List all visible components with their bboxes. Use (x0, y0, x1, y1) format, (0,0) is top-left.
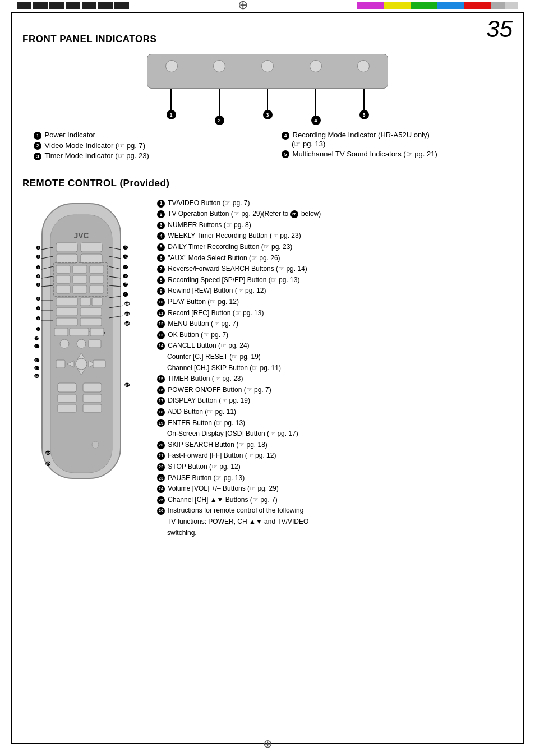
remote-control-notes: 1 TV/VIDEO Button (☞ pg. 7) 2 TV Operati… (157, 198, 513, 538)
panel-lines-row: 1 2 3 4 5 (147, 89, 388, 125)
svg-text:❷: ❷ (36, 254, 40, 260)
svg-rect-28 (70, 328, 89, 336)
color-sq-red (464, 2, 478, 9)
rc-item-5: 5 DAILY Timer Recording Button (☞ pg. 23… (157, 242, 513, 252)
rc-item-23: 23 PAUSE Button (☞ pg. 13) (157, 473, 513, 483)
svg-rect-12 (90, 275, 104, 283)
svg-text:⓰: ⓰ (123, 254, 128, 260)
border-right (523, 12, 524, 744)
svg-rect-14 (73, 285, 87, 293)
fp-note-1: 1 Power Indicator (34, 131, 265, 140)
rc-item-8: 8 Recording Speed [SP/EP] Button (☞ pg. … (157, 275, 513, 285)
rc-num-19: 19 (157, 419, 165, 427)
rc-num-14: 14 (157, 342, 165, 350)
rc-num-6: 6 (157, 254, 165, 262)
rc-num-7: 7 (157, 265, 165, 273)
panel-line-1: 1 (167, 89, 176, 119)
svg-rect-41 (83, 383, 102, 392)
svg-rect-11 (73, 275, 87, 283)
svg-rect-44 (58, 404, 76, 412)
svg-point-37 (76, 358, 87, 370)
svg-rect-45 (83, 404, 102, 412)
rc-item-6: 6 "AUX" Mode Select Button (☞ pg. 26) (157, 253, 513, 264)
svg-rect-5 (56, 254, 77, 263)
rc-item-1: 1 TV/VIDEO Button (☞ pg. 7) (157, 198, 513, 209)
svg-text:⓱: ⓱ (123, 265, 128, 270)
rc-num-3: 3 (157, 222, 165, 229)
panel-line-2: 2 (215, 89, 224, 125)
rc-num-13: 13 (157, 331, 165, 339)
panel-circle-1 (165, 60, 178, 72)
panel-stem-2 (219, 89, 220, 116)
panel-num-2: 2 (215, 116, 224, 125)
svg-point-46 (92, 441, 99, 448)
panel-circle-5 (357, 60, 370, 72)
svg-rect-38 (56, 360, 65, 368)
svg-text:㉒: ㉒ (124, 311, 130, 317)
rc-item-19: 19 ENTER Button (☞ pg. 13) (157, 418, 513, 428)
svg-text:⓲: ⓲ (123, 274, 128, 279)
svg-text:⓳: ⓳ (123, 282, 128, 288)
color-sq-yellow2 (397, 2, 411, 9)
rc-num-25: 25 (157, 496, 165, 504)
svg-rect-42 (58, 394, 76, 402)
top-bar-right (357, 0, 535, 10)
rc-num-5: 5 (157, 243, 165, 251)
svg-text:❾: ❾ (36, 326, 40, 332)
fp-num-2: 2 (34, 142, 41, 150)
fp-num-4: 4 (282, 132, 289, 140)
svg-rect-7 (56, 265, 70, 273)
panel-stem-1 (170, 89, 172, 110)
svg-text:⓴: ⓴ (123, 292, 128, 297)
panel-stem-4 (315, 89, 316, 116)
top-bar-left (0, 0, 129, 10)
rc-item-13: 13 OK Button (☞ pg. 7) (157, 330, 513, 340)
front-panel-diagram: 1 2 3 4 5 (139, 54, 396, 125)
rc-item-21: 21 Fast-Forward [FF] Button (☞ pg. 12) (157, 450, 513, 461)
bottom-crosshair: ⊕ (263, 737, 273, 750)
fp-num-1: 1 (34, 132, 41, 140)
rc-item-25: 25 Channel [CH] ▲▼ Buttons (☞ pg. 7) (157, 495, 513, 505)
color-sq-blue (437, 2, 451, 9)
rc-num-16: 16 (157, 386, 165, 394)
panel-num-3: 3 (263, 110, 273, 119)
fp-note-4b: (☞ pg. 13) (282, 140, 513, 148)
rc-item-19b: On-Screen Display [OSD] Button (☞ pg. 17… (157, 428, 513, 439)
fp-num-3: 3 (34, 153, 41, 160)
svg-rect-17 (56, 298, 77, 306)
color-sq-green2 (424, 2, 437, 9)
rc-num-4: 4 (157, 232, 165, 240)
rc-num-26: 26 (157, 507, 165, 515)
rc-item-24: 24 Volume [VOL] +/– Buttons (☞ pg. 29) (157, 483, 513, 494)
svg-text:❿: ❿ (34, 336, 39, 342)
fp-note-4: 4 Recording Mode Indicator (HR-A52U only… (282, 131, 513, 140)
svg-text:⓭: ⓭ (34, 366, 40, 371)
front-panel-notes: 1 Power Indicator 2 Video Mode Indicator… (34, 131, 513, 162)
rc-item-14b: Counter [C.] RESET (☞ pg. 19) (157, 352, 513, 362)
panel-circle-3 (261, 60, 274, 72)
remote-control-section: REMOTE CONTROL (Provided) JVC (22, 178, 513, 538)
rc-num-12: 12 (157, 320, 165, 328)
color-sq-magenta2 (370, 2, 384, 9)
top-black-sq2 (33, 2, 48, 9)
rc-item-3: 3 NUMBER Buttons (☞ pg. 8) (157, 220, 513, 231)
rc-num-2: 2 (157, 210, 165, 218)
color-sq-yellow (384, 2, 397, 9)
rc-item-4: 4 WEEKLY Timer Recording Button (☞ pg. 2… (157, 231, 513, 241)
panel-line-4: 4 (311, 89, 321, 125)
crosshair-icon: ⊕ (238, 0, 248, 12)
svg-rect-43 (83, 394, 102, 402)
top-black-sq1 (17, 2, 31, 9)
rc-num-21: 21 (157, 452, 165, 460)
svg-rect-3 (56, 243, 77, 252)
rc-item-7: 7 Reverse/Forward SEARCH Buttons (☞ pg. … (157, 264, 513, 274)
svg-rect-29 (90, 328, 104, 336)
svg-rect-22 (56, 318, 77, 326)
rc-item-18: 18 ADD Button (☞ pg. 11) (157, 407, 513, 417)
rc-item-26: 26 Instructions for remote control of th… (157, 505, 513, 516)
rc-item-9: 9 Rewind [REW] Button (☞ pg. 12) (157, 285, 513, 296)
fp-note-3: 3 Timer Mode Indicator (☞ pg. 23) (34, 151, 265, 160)
remote-section-body: JVC (22, 198, 513, 538)
rc-num-1: 1 (157, 200, 165, 208)
color-sq-green (411, 2, 424, 9)
